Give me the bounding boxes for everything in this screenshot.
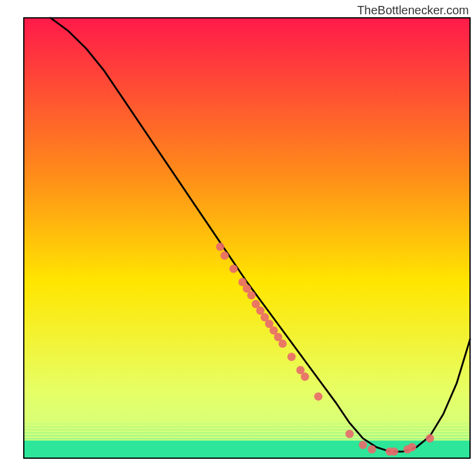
bottleneck-chart	[0, 0, 476, 476]
data-point	[368, 445, 376, 453]
data-point	[287, 353, 296, 361]
data-point	[301, 372, 309, 381]
green-stripe	[24, 432, 470, 433]
data-point	[408, 443, 416, 452]
data-point	[278, 340, 287, 348]
data-point	[230, 265, 238, 273]
green-stripe	[24, 435, 470, 436]
data-point	[426, 434, 434, 443]
green-stripe	[24, 438, 470, 439]
green-stripe	[24, 423, 470, 424]
chart-container: TheBottlenecker.com	[0, 0, 476, 476]
green-stripe	[24, 426, 470, 427]
green-band	[24, 440, 470, 458]
gradient-background	[24, 18, 470, 458]
data-point	[248, 291, 256, 299]
green-stripe	[24, 429, 470, 430]
data-point	[216, 243, 224, 251]
data-point	[359, 441, 367, 449]
data-point	[346, 430, 354, 438]
data-point	[314, 392, 322, 400]
data-point	[390, 447, 399, 456]
data-point	[221, 252, 229, 260]
watermark-text: TheBottlenecker.com	[357, 4, 469, 17]
